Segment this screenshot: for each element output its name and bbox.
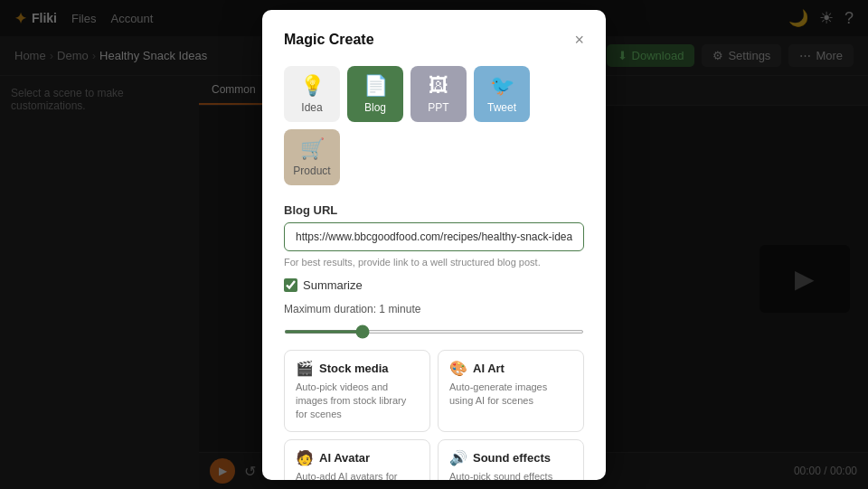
modal-overlay: Magic Create × 💡 Idea 📄 Blog 🖼 PPT 🐦 Twe…	[0, 0, 868, 489]
type-tab-product[interactable]: 🛒 Product	[284, 129, 340, 185]
url-input[interactable]	[284, 222, 584, 251]
url-hint: For best results, provide link to a well…	[284, 257, 584, 268]
ai-avatar-title: AI Avatar	[319, 451, 370, 465]
product-icon: 🛒	[300, 137, 325, 161]
ai-avatar-desc: Auto-add AI avatars for intro and outro …	[296, 470, 419, 480]
sound-effects-title: Sound effects	[473, 451, 551, 465]
stock-media-title: Stock media	[319, 362, 389, 375]
type-tab-ppt[interactable]: 🖼 PPT	[410, 66, 467, 122]
duration-row: Maximum duration: 1 minute	[284, 303, 584, 337]
feature-card-ai-art[interactable]: 🎨 AI Art Auto-generate images using AI f…	[438, 350, 584, 432]
modal-title: Magic Create	[284, 32, 374, 48]
summarize-checkbox[interactable]	[284, 278, 297, 292]
type-tab-tweet[interactable]: 🐦 Tweet	[474, 66, 530, 122]
ppt-icon: 🖼	[429, 74, 448, 98]
modal-header: Magic Create ×	[284, 32, 584, 48]
tweet-label: Tweet	[487, 101, 516, 114]
summarize-label: Summarize	[303, 278, 363, 292]
type-tab-idea[interactable]: 💡 Idea	[284, 66, 340, 122]
ppt-label: PPT	[428, 101, 448, 114]
feature-card-sound-effects[interactable]: 🔊 Sound effects Auto-pick sound effects …	[438, 439, 584, 480]
feature-grid: 🎬 Stock media Auto-pick videos and image…	[284, 350, 584, 480]
stock-media-icon: 🎬	[296, 360, 314, 377]
feature-card-stock-media[interactable]: 🎬 Stock media Auto-pick videos and image…	[284, 350, 430, 432]
summarize-row: Summarize	[284, 278, 584, 292]
feature-card-ai-avatar[interactable]: 🧑 AI Avatar Auto-add AI avatars for intr…	[284, 439, 430, 480]
ai-art-icon: 🎨	[449, 360, 467, 377]
tweet-icon: 🐦	[490, 74, 514, 98]
ai-art-desc: Auto-generate images using AI for scenes	[449, 381, 572, 409]
duration-label: Maximum duration: 1 minute	[284, 303, 584, 315]
product-label: Product	[293, 165, 330, 177]
idea-icon: 💡	[300, 74, 325, 98]
stock-media-desc: Auto-pick videos and images from stock l…	[296, 381, 419, 422]
ai-art-title: AI Art	[473, 362, 505, 375]
idea-label: Idea	[301, 101, 322, 114]
type-tabs: 💡 Idea 📄 Blog 🖼 PPT 🐦 Tweet 🛒 Product	[284, 66, 584, 185]
sound-effects-icon: 🔊	[449, 449, 467, 466]
blog-label: Blog	[364, 101, 386, 114]
url-label: Blog URL	[284, 203, 584, 217]
modal-close-button[interactable]: ×	[574, 32, 584, 48]
sound-effects-desc: Auto-pick sound effects based on scene c…	[449, 470, 572, 480]
blog-icon: 📄	[363, 74, 388, 98]
type-tab-blog[interactable]: 📄 Blog	[347, 66, 403, 122]
magic-create-modal: Magic Create × 💡 Idea 📄 Blog 🖼 PPT 🐦 Twe…	[262, 10, 606, 480]
duration-slider[interactable]	[284, 330, 584, 334]
ai-avatar-icon: 🧑	[296, 449, 314, 466]
